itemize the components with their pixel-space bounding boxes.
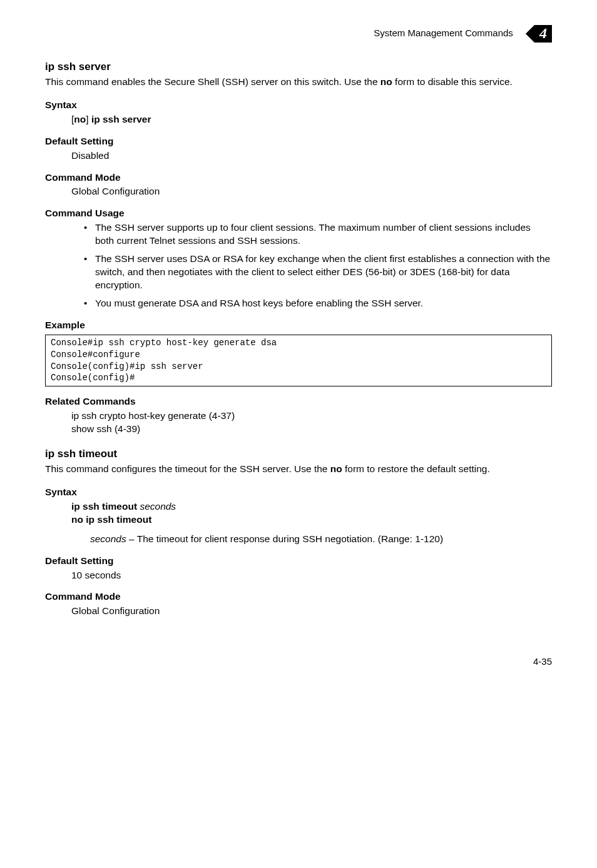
breadcrumb: System Management Commands bbox=[374, 28, 513, 38]
section-title-ip-ssh-server: ip ssh server bbox=[45, 60, 552, 74]
page-header: System Management Commands 4 bbox=[45, 25, 552, 43]
related-commands-heading: Related Commands bbox=[45, 395, 552, 408]
related-command-line: show ssh (4-39) bbox=[71, 423, 552, 436]
default-setting-value: Disabled bbox=[71, 149, 552, 163]
related-command-line: ip ssh crypto host-key generate (4-37) bbox=[71, 410, 552, 423]
param-description: seconds – The timeout for client respons… bbox=[90, 533, 552, 546]
default-setting-heading: Default Setting bbox=[45, 135, 552, 148]
syntax-text: [no] ip ssh server bbox=[71, 113, 552, 126]
chapter-number: 4 bbox=[534, 25, 552, 43]
list-item: The SSH server supports up to four clien… bbox=[84, 221, 552, 248]
command-usage-heading: Command Usage bbox=[45, 207, 552, 220]
syntax-heading: Syntax bbox=[45, 486, 552, 499]
section-intro: This command configures the timeout for … bbox=[45, 463, 552, 476]
list-item: The SSH server uses DSA or RSA for key e… bbox=[84, 253, 552, 292]
command-mode-heading: Command Mode bbox=[45, 590, 552, 603]
example-code-block: Console#ip ssh crypto host-key generate … bbox=[45, 335, 552, 387]
command-mode-value: Global Configuration bbox=[71, 605, 552, 618]
chapter-marker: 4 bbox=[526, 25, 552, 43]
command-mode-value: Global Configuration bbox=[71, 185, 552, 198]
example-heading: Example bbox=[45, 319, 552, 332]
section-intro: This command enables the Secure Shell (S… bbox=[45, 76, 552, 89]
default-setting-value: 10 seconds bbox=[71, 569, 552, 582]
command-mode-heading: Command Mode bbox=[45, 171, 552, 184]
section-title-ip-ssh-timeout: ip ssh timeout bbox=[45, 447, 552, 462]
triangle-icon bbox=[526, 25, 534, 43]
syntax-heading: Syntax bbox=[45, 99, 552, 112]
list-item: You must generate DSA and RSA host keys … bbox=[84, 297, 552, 310]
usage-list: The SSH server supports up to four clien… bbox=[45, 221, 552, 310]
syntax-line: no ip ssh timeout bbox=[71, 513, 552, 527]
syntax-line: ip ssh timeout seconds bbox=[71, 500, 552, 513]
default-setting-heading: Default Setting bbox=[45, 555, 552, 568]
page-number: 4-35 bbox=[45, 655, 552, 668]
